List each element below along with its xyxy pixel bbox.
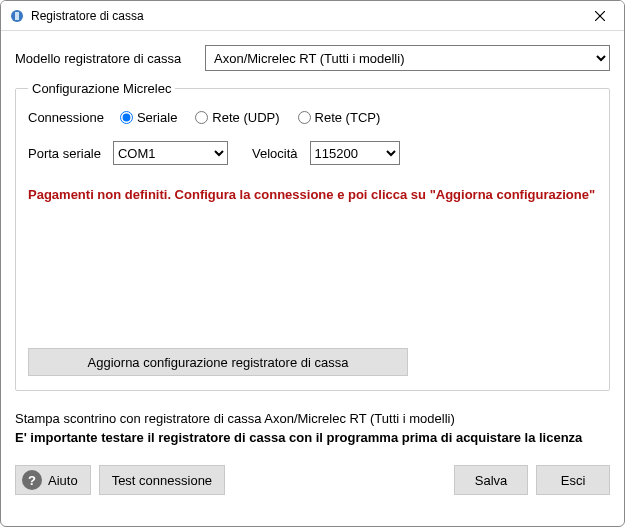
groupbox-legend: Configurazione Micrelec: [28, 81, 175, 96]
config-groupbox: Configurazione Micrelec Connessione Seri…: [15, 81, 610, 391]
window-title: Registratore di cassa: [31, 9, 578, 23]
port-label: Porta seriale: [28, 146, 101, 161]
radio-tcp-label: Rete (TCP): [315, 110, 381, 125]
radio-tcp-input[interactable]: [298, 111, 311, 124]
serial-row: Porta seriale COM1 Velocità 115200: [28, 141, 597, 165]
port-select[interactable]: COM1: [113, 141, 228, 165]
model-select[interactable]: Axon/Micrelec RT (Tutti i modelli): [205, 45, 610, 71]
save-button[interactable]: Salva: [454, 465, 528, 495]
warning-text: Pagamenti non definiti. Configura la con…: [28, 187, 597, 202]
dialog-content: Modello registratore di cassa Axon/Micre…: [1, 31, 624, 507]
radio-udp-input[interactable]: [195, 111, 208, 124]
help-icon: ?: [22, 470, 42, 490]
titlebar: Registratore di cassa: [1, 1, 624, 31]
button-bar: ? Aiuto Test connessione Salva Esci: [15, 465, 610, 495]
radio-udp-label: Rete (UDP): [212, 110, 279, 125]
connection-label: Connessione: [28, 110, 104, 125]
app-icon: [9, 8, 25, 24]
exit-button[interactable]: Esci: [536, 465, 610, 495]
radio-tcp[interactable]: Rete (TCP): [298, 110, 381, 125]
model-row: Modello registratore di cassa Axon/Micre…: [15, 45, 610, 71]
help-button[interactable]: ? Aiuto: [15, 465, 91, 495]
radio-serial[interactable]: Seriale: [120, 110, 177, 125]
footer-important: E' importante testare il registratore di…: [15, 430, 610, 445]
update-config-button[interactable]: Aggiorna configurazione registratore di …: [28, 348, 408, 376]
footer-info: Stampa scontrino con registratore di cas…: [15, 411, 610, 426]
model-label: Modello registratore di cassa: [15, 51, 205, 66]
speed-select[interactable]: 115200: [310, 141, 400, 165]
close-button[interactable]: [578, 2, 622, 30]
speed-label: Velocità: [252, 146, 298, 161]
radio-serial-input[interactable]: [120, 111, 133, 124]
svg-rect-1: [15, 12, 19, 20]
radio-serial-label: Seriale: [137, 110, 177, 125]
connection-row: Connessione Seriale Rete (UDP) Rete (TCP…: [28, 110, 597, 125]
help-button-label: Aiuto: [48, 473, 78, 488]
test-connection-button[interactable]: Test connessione: [99, 465, 225, 495]
connection-radio-group: Seriale Rete (UDP) Rete (TCP): [120, 110, 380, 125]
radio-udp[interactable]: Rete (UDP): [195, 110, 279, 125]
